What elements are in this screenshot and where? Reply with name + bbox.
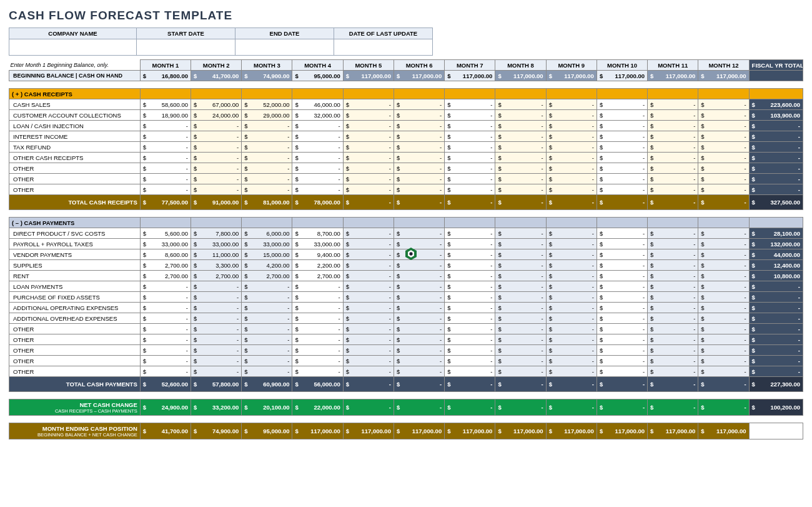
cell[interactable]: - [343, 260, 394, 271]
cell[interactable]: - [242, 121, 292, 131]
cell[interactable]: - [648, 228, 698, 239]
cell[interactable]: - [242, 174, 292, 184]
cell[interactable]: - [394, 131, 444, 142]
cell[interactable]: - [242, 324, 292, 334]
cell[interactable]: - [698, 174, 749, 184]
cell[interactable]: - [648, 366, 698, 377]
cell[interactable]: - [698, 249, 749, 260]
cell[interactable]: - [597, 271, 647, 281]
cell[interactable]: - [445, 184, 495, 195]
cell[interactable]: - [597, 163, 647, 174]
beginning-m0[interactable]: 16,800.00 [140, 71, 191, 81]
cell[interactable]: - [546, 239, 597, 249]
cell[interactable]: - [546, 174, 597, 184]
cell[interactable]: - [445, 260, 495, 271]
cell[interactable]: - [191, 184, 242, 195]
cell[interactable]: - [648, 249, 698, 260]
cell[interactable]: 2,700.00 [140, 271, 191, 281]
cell[interactable]: - [445, 356, 495, 366]
cell[interactable]: - [242, 356, 292, 366]
cell[interactable]: - [343, 228, 394, 239]
cell[interactable]: - [343, 281, 394, 292]
cell[interactable]: - [292, 303, 343, 313]
cell[interactable]: 52,000.00 [242, 99, 292, 110]
cell[interactable]: - [394, 184, 444, 195]
cell[interactable]: - [394, 334, 444, 345]
cell[interactable]: - [242, 131, 292, 142]
cell[interactable]: - [191, 281, 242, 292]
cell[interactable]: - [343, 313, 394, 324]
cell[interactable]: 24,000.00 [191, 110, 242, 121]
cell[interactable]: 8,700.00 [292, 228, 343, 239]
cell[interactable]: - [648, 163, 698, 174]
cell[interactable]: - [546, 163, 597, 174]
cell[interactable]: - [242, 163, 292, 174]
cell[interactable]: - [191, 313, 242, 324]
cell[interactable]: - [648, 303, 698, 313]
cell[interactable]: 2,700.00 [242, 271, 292, 281]
cell[interactable]: - [698, 271, 749, 281]
cell[interactable]: - [495, 366, 546, 377]
cell[interactable]: - [343, 303, 394, 313]
cell[interactable]: - [546, 99, 597, 110]
cell[interactable]: - [292, 131, 343, 142]
cell[interactable]: - [394, 99, 444, 110]
cell[interactable]: - [242, 345, 292, 356]
cell[interactable]: - [394, 271, 444, 281]
cell[interactable]: - [343, 99, 394, 110]
cell[interactable]: 29,000.00 [242, 110, 292, 121]
cell[interactable]: - [495, 292, 546, 303]
cell[interactable]: - [495, 356, 546, 366]
cell[interactable]: - [292, 292, 343, 303]
cell[interactable]: - [140, 292, 191, 303]
cell[interactable]: - [546, 313, 597, 324]
cell[interactable]: - [698, 153, 749, 163]
cell[interactable]: - [343, 292, 394, 303]
cell[interactable]: 46,000.00 [292, 99, 343, 110]
cell[interactable]: - [597, 356, 647, 366]
cell[interactable]: - [495, 228, 546, 239]
cell[interactable]: - [495, 110, 546, 121]
cell[interactable]: - [495, 239, 546, 249]
cell[interactable]: - [140, 334, 191, 345]
cell[interactable]: 4,200.00 [242, 260, 292, 271]
cell[interactable]: - [140, 142, 191, 153]
cell[interactable]: - [648, 345, 698, 356]
cell[interactable]: - [394, 163, 444, 174]
cell[interactable]: - [394, 121, 444, 131]
cell[interactable]: - [140, 121, 191, 131]
cell[interactable]: - [597, 174, 647, 184]
cell[interactable]: - [394, 303, 444, 313]
cell[interactable]: - [292, 324, 343, 334]
cell[interactable]: - [648, 131, 698, 142]
cell[interactable]: - [242, 366, 292, 377]
cell[interactable]: 7,800.00 [191, 228, 242, 239]
last-update-input[interactable] [334, 39, 433, 56]
cell[interactable]: 2,200.00 [292, 260, 343, 271]
cell[interactable]: - [445, 131, 495, 142]
cell[interactable]: - [495, 153, 546, 163]
cell[interactable]: - [445, 163, 495, 174]
cell[interactable]: - [394, 292, 444, 303]
cell[interactable]: - [445, 281, 495, 292]
cell[interactable]: - [597, 260, 647, 271]
cell[interactable]: - [343, 366, 394, 377]
cell[interactable]: - [495, 184, 546, 195]
cell[interactable]: - [698, 334, 749, 345]
cell[interactable]: - [546, 292, 597, 303]
cell[interactable]: - [546, 260, 597, 271]
cell[interactable]: - [445, 99, 495, 110]
cell[interactable]: - [648, 292, 698, 303]
cell[interactable]: - [242, 303, 292, 313]
cell[interactable]: - [445, 303, 495, 313]
cell[interactable]: - [140, 281, 191, 292]
cell[interactable]: - [394, 313, 444, 324]
cell[interactable]: - [546, 142, 597, 153]
cell[interactable]: 33,000.00 [292, 239, 343, 249]
cell[interactable]: - [698, 110, 749, 121]
cell[interactable]: - [698, 260, 749, 271]
cell[interactable]: 2,700.00 [140, 260, 191, 271]
cell[interactable]: - [140, 345, 191, 356]
cell[interactable]: - [191, 345, 242, 356]
cell[interactable]: - [597, 121, 647, 131]
